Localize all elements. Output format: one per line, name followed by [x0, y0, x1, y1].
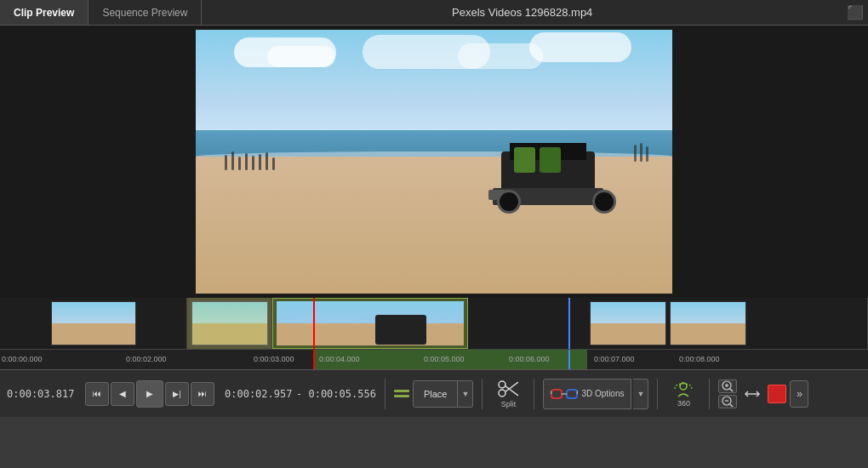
separator-3: [534, 379, 534, 409]
cloud-2: [267, 46, 335, 67]
split-label: Split: [501, 400, 517, 408]
vehicle: [488, 130, 625, 215]
place-button-group: Place ▼: [394, 380, 474, 408]
place-main-button[interactable]: Place: [413, 380, 459, 408]
split-button[interactable]: Split: [491, 378, 525, 410]
filmstrip-playhead-red: [313, 298, 315, 349]
glasses-3d-icon: [551, 386, 578, 402]
separator-2: [482, 379, 483, 409]
scissors-icon: [498, 380, 518, 398]
skip-to-start-button[interactable]: ⏮: [85, 382, 109, 406]
header-tabs: Clip Preview Sequence Preview Pexels Vid…: [0, 0, 868, 26]
file-title: Pexels Videos 1296828.mp4: [202, 0, 842, 25]
options-3d-group: 3D Options ▼: [543, 379, 648, 409]
ruler-playhead: [313, 350, 315, 369]
current-time-display: 0:00:03.817: [7, 388, 75, 400]
place-icon: [394, 390, 409, 397]
tab-clip-preview[interactable]: Clip Preview: [0, 0, 89, 25]
timeline-ruler: 0:00:00.000 0:00:02.000 0:00:03.000 0:00…: [0, 349, 868, 369]
zoom-controls: [718, 380, 737, 408]
preview-area: [0, 26, 868, 298]
beach-scene: [196, 30, 672, 294]
right-people: [634, 143, 648, 162]
options-3d-button[interactable]: 3D Options: [543, 379, 631, 409]
time-8: 0:00:08.000: [679, 355, 720, 363]
360-icon: [671, 380, 695, 398]
cloud-5: [529, 32, 631, 62]
time-3: 0:00:03.000: [254, 355, 294, 363]
time-0: 0:00:00.000: [2, 355, 43, 363]
fit-button[interactable]: [740, 387, 764, 401]
out-time-display: - 0:00:05.556: [296, 388, 376, 400]
svg-point-0: [499, 381, 505, 388]
btn-360[interactable]: 360: [666, 378, 700, 409]
filmstrip-dark-left: [0, 298, 187, 349]
more-options-button[interactable]: »: [790, 380, 808, 408]
separator-5: [709, 379, 710, 409]
time-6: 0:00:06.000: [509, 355, 550, 363]
in-out-marker-button[interactable]: [768, 385, 786, 403]
filmstrip-dark-right: [468, 298, 868, 349]
separator-1: [385, 379, 385, 409]
svg-line-15: [730, 404, 733, 407]
prev-frame-button[interactable]: ◀: [111, 382, 134, 406]
zoom-in-icon: [722, 380, 734, 392]
svg-point-1: [499, 390, 505, 397]
svg-line-7: [551, 391, 551, 394]
options-3d-dropdown[interactable]: ▼: [633, 379, 648, 409]
ruler-playhead-blue: [568, 350, 570, 369]
controls-bar: 0:00:03.817 ⏮ ◀ ▶ ▶| ⏭ 0:00:02.957 - 0:0…: [0, 369, 868, 417]
time-2: 0:00:02.000: [126, 355, 167, 363]
fit-icon: [744, 389, 761, 399]
svg-rect-4: [551, 390, 562, 398]
fullscreen-button[interactable]: ⬛: [842, 0, 868, 25]
people-group: [225, 151, 275, 170]
options-3d-label: 3D Options: [581, 389, 624, 398]
play-button[interactable]: ▶: [136, 380, 163, 408]
in-time-display: 0:00:02.957: [225, 388, 293, 400]
tab-clip-label: Clip Preview: [14, 7, 74, 19]
svg-rect-5: [567, 390, 577, 398]
place-dropdown-button[interactable]: ▼: [458, 380, 473, 408]
skip-to-end-button[interactable]: ⏭: [191, 382, 214, 406]
label-360: 360: [677, 399, 690, 408]
separator-4: [657, 379, 658, 409]
zoom-out-icon: [722, 396, 734, 408]
zoom-in-button[interactable]: [718, 380, 737, 393]
svg-line-8: [577, 391, 578, 394]
time-5: 0:00:05.000: [424, 355, 465, 363]
filmstrip-playhead-blue: [568, 298, 570, 349]
filmstrip-thumb-1: [187, 298, 272, 349]
video-frame: [196, 30, 672, 294]
time-4: 0:00:04.000: [319, 355, 360, 363]
filmstrip-selected: [272, 298, 468, 349]
svg-line-11: [730, 389, 733, 391]
filmstrip-area: [0, 298, 868, 349]
tab-sequence-preview[interactable]: Sequence Preview: [89, 0, 202, 25]
transport-controls: ⏮ ◀ ▶ ▶| ⏭: [85, 380, 214, 408]
time-7: 0:00:07.000: [594, 355, 635, 363]
tab-sequence-label: Sequence Preview: [102, 7, 187, 19]
zoom-out-button[interactable]: [718, 395, 737, 408]
next-frame-button[interactable]: ▶|: [165, 382, 189, 406]
